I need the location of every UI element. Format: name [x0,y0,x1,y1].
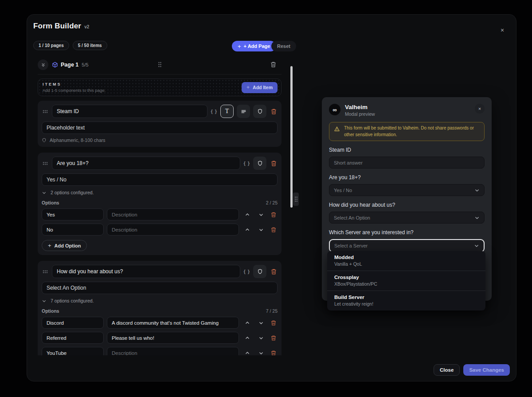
delete-option-trash-icon[interactable] [270,211,278,219]
add-page-button[interactable]: + + Add Page [232,41,276,51]
variables-icon[interactable]: { } [243,161,250,166]
items-count-badge: 5 / 50 items [73,41,107,50]
dropdown-option-build-server[interactable]: Build Server Let creativity reign! [327,291,485,311]
option-row [42,224,278,236]
page-drag-handle-icon[interactable] [158,62,162,67]
move-option-down-icon[interactable] [256,349,266,356]
validation-shield-button[interactable] [253,157,266,170]
delete-item-trash-icon[interactable] [270,107,278,115]
form-item-card-referral: { } 7 options configured. Options 7 / 25 [38,261,282,355]
item-label-input[interactable] [52,265,240,278]
option-description-input[interactable] [107,347,239,355]
close-button[interactable]: Close [434,364,460,376]
chevron-down-icon [42,190,47,195]
validation-summary: Alphanumeric, 8-100 chars [42,138,278,143]
preview-field: Are you 18+? Yes / No [329,174,485,196]
collapse-page-button[interactable] [38,59,48,70]
validation-shield-button[interactable] [253,265,266,278]
delete-option-trash-icon[interactable] [270,226,278,234]
move-option-up-icon[interactable] [242,334,253,342]
add-item-button[interactable]: + Add Item [242,82,278,93]
save-changes-button[interactable]: Save Changes [463,364,510,376]
reset-button[interactable]: Reset [271,41,296,51]
option-description-input[interactable] [107,317,239,329]
item-drag-handle-icon[interactable] [42,270,49,274]
option-row [42,208,278,220]
option-description-input[interactable] [107,208,239,220]
option-name-input[interactable] [42,224,104,236]
move-option-up-icon[interactable] [242,349,253,356]
server-dropdown-menu: Modded Vanilla + QoL Crossplay XBox/Play… [327,251,485,311]
chevron-down-icon [474,243,479,248]
version-badge: v2 [84,24,89,29]
move-option-down-icon[interactable] [256,225,266,234]
variables-icon[interactable]: { } [243,269,250,274]
items-section-banner: ITEMS Add 1-5 components to this page. +… [38,79,282,96]
variables-icon[interactable]: { } [211,109,217,114]
items-heading: ITEMS [43,82,106,86]
paragraph-style-button[interactable] [237,105,250,118]
add-option-button[interactable]: + Add Option [42,240,87,251]
option-name-input[interactable] [42,332,104,344]
move-option-down-icon[interactable] [256,334,266,342]
delete-item-trash-icon[interactable] [270,159,278,167]
page-cube-icon [52,62,58,68]
item-drag-handle-icon[interactable] [42,161,49,165]
avatar: ∞ [329,104,340,115]
option-row [42,317,278,329]
move-option-up-icon[interactable] [242,318,253,327]
preview-text-input[interactable]: Short answer [329,157,485,169]
delete-item-trash-icon[interactable] [270,267,278,275]
preview-header: ∞ Valheim Modal preview × [329,104,485,117]
dropdown-option-crossplay[interactable]: Crossplay XBox/Playstation/PC [327,271,485,291]
validation-shield-button[interactable] [253,105,266,118]
move-option-down-icon[interactable] [256,318,266,327]
move-option-up-icon[interactable] [242,225,253,234]
add-page-label: + Add Page [244,43,270,49]
move-option-down-icon[interactable] [256,210,266,219]
panel-resize-handle[interactable] [293,193,299,206]
item-label-input[interactable] [52,157,240,170]
plus-icon: + [48,242,51,249]
item-label-input[interactable] [52,105,207,118]
option-row [42,347,278,355]
options-configured-toggle[interactable]: 2 options configured. [42,190,278,195]
option-name-input[interactable] [42,208,104,220]
item-placeholder-input[interactable] [42,173,278,186]
preview-warning-banner: This form will be submitted to Valheim. … [329,122,485,141]
option-description-input[interactable] [107,224,239,236]
options-configured-toggle[interactable]: 7 options configured. [42,298,278,303]
close-icon[interactable]: × [498,26,506,34]
divider [38,74,282,75]
preview-select[interactable]: Select An Option [329,212,485,224]
chevron-down-icon [474,215,480,220]
option-name-input[interactable] [42,317,104,329]
preview-select-focused[interactable]: Select a Server [329,239,485,252]
move-option-up-icon[interactable] [242,210,253,219]
delete-option-trash-icon[interactable] [270,334,278,342]
preview-select[interactable]: Yes / No [329,184,485,196]
item-placeholder-input[interactable] [42,282,278,294]
add-item-label: Add Item [253,85,273,90]
double-chevron-down-icon [41,63,46,67]
option-name-input[interactable] [42,347,104,355]
builder-scrollbar[interactable] [290,66,293,208]
delete-option-trash-icon[interactable] [270,319,278,327]
item-drag-handle-icon[interactable] [42,110,49,114]
option-description-input[interactable] [107,332,239,344]
page-name: Page 1 [61,62,78,68]
plus-icon: + [246,84,250,90]
delete-option-trash-icon[interactable] [270,349,278,356]
preview-close-icon[interactable]: × [475,104,485,114]
page-title: Form Builder v2 [33,22,89,31]
delete-page-trash-icon[interactable] [270,61,277,68]
form-builder-window: Form Builder v2 × 1 / 10 pages 5 / 50 it… [27,14,516,381]
text-style-button[interactable]: T [220,105,234,118]
preview-field: Which Server are you interested in? Sele… [329,229,485,252]
shield-icon [257,268,263,275]
preview-subtitle: Modal preview [345,111,375,117]
option-row [42,332,278,344]
form-item-card-steam-id: { } T Alphanumeric, 8-100 chars [38,101,282,147]
item-placeholder-input[interactable] [42,122,278,134]
dropdown-option-modded[interactable]: Modded Vanilla + QoL [327,251,485,271]
